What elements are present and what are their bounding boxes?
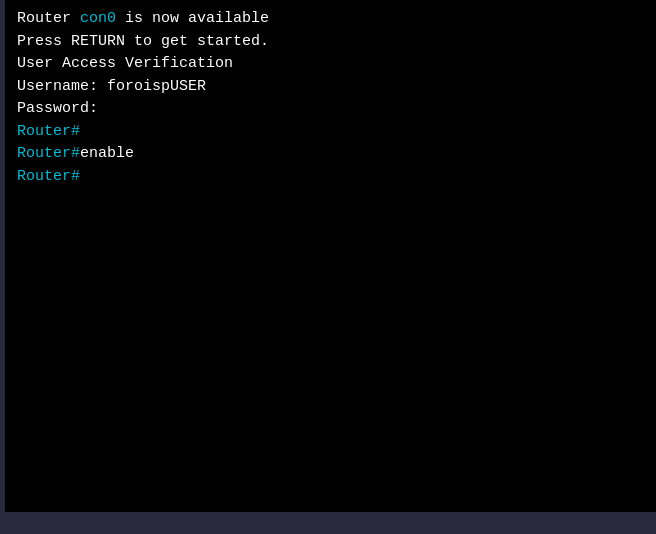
status-bar [0,512,656,534]
terminal-window[interactable]: Router con0 is now availablePress RETURN… [0,0,656,512]
line-password: Password: [17,98,644,121]
line-user-access: User Access Verification [17,53,644,76]
line-router-prompt-2: Router# [17,166,644,189]
line-router-available: Router con0 is now available [17,8,644,31]
line-username: Username: foroispUSER [17,76,644,99]
line-router-enable: Router#enable [17,143,644,166]
line-router-prompt-1: Router# [17,121,644,144]
line-press-return: Press RETURN to get started. [17,31,644,54]
